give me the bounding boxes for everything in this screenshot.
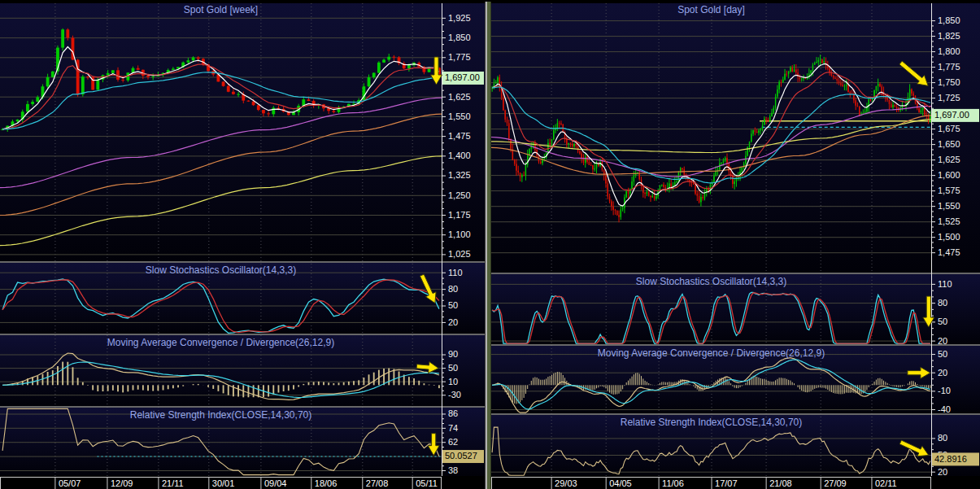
date-label: 17/07 [715, 478, 738, 488]
date-label: 04/05 [609, 478, 632, 488]
current-price-tag-label: 1,697.00 [934, 110, 969, 120]
date-label: 02/11 [875, 478, 897, 488]
rsi-pane-title: Relative Strength Index(CLOSE,14,30,70) [621, 417, 802, 428]
axis-tick-label: 1,550 [448, 111, 471, 121]
time-axis[interactable]: 05/0712/0921/1130/0109/0418/0627/0805/11 [1, 478, 442, 489]
axis-tick-label: 20 [938, 336, 947, 346]
macd-pane-title: Moving Average Convergence / Divergence(… [107, 337, 334, 348]
axis-tick-label: 1,650 [938, 139, 960, 149]
date-label: 11/06 [662, 478, 684, 488]
axis-tick-label: 1,475 [938, 247, 960, 257]
date-label: 21/08 [769, 478, 792, 488]
axis-tick-label: 1,550 [938, 201, 960, 211]
chart-window-spot-gold-week[interactable]: 1,9251,8501,7751,7001,6251,5501,4751,400… [0, 2, 485, 489]
date-label: 30/01 [212, 478, 235, 488]
rsi-value-tag-label: 42.8916 [934, 454, 967, 464]
charting-workspace: 1,9251,8501,7751,7001,6251,5501,4751,400… [0, 0, 980, 489]
date-label: 05/07 [59, 478, 81, 488]
axis-tick-label: 20 [938, 368, 947, 378]
axis-tick-label: -30 [448, 390, 461, 399]
axis-tick-label: 50 [938, 317, 947, 326]
axis-tick-label: 1,625 [448, 92, 471, 102]
price-chart-svg[interactable]: 1,9251,8501,7751,7001,6251,5501,4751,400… [0, 2, 485, 489]
axis-tick-label: 80 [448, 284, 458, 294]
axis-tick-label: 1,175 [448, 210, 471, 220]
date-label: 18/06 [315, 478, 338, 488]
axis-tick-label: -10 [938, 386, 951, 395]
axis-tick-label: 50 [938, 349, 947, 359]
axis-tick-label: 110 [938, 279, 952, 289]
axis-tick-label: 90 [448, 349, 458, 359]
axis-tick-label: 1,850 [448, 33, 471, 42]
axis-tick-label: 1,850 [938, 15, 960, 25]
axis-tick-label: 20 [938, 467, 947, 477]
axis-tick-label: 38 [448, 465, 458, 475]
date-label: 27/09 [824, 478, 847, 488]
time-axis[interactable]: 29/0304/0511/0617/0721/0827/0902/11 [492, 478, 931, 489]
date-label: 09/04 [264, 478, 287, 488]
chart-window-spot-gold-day[interactable]: 1,8501,8251,8001,7751,7501,7251,7001,675… [491, 2, 980, 489]
date-label: 27/08 [366, 478, 389, 488]
axis-tick-label: 1,725 [938, 93, 960, 103]
macd-pane-title: Moving Average Convergence / Divergence(… [598, 347, 825, 359]
axis-tick-label: 74 [448, 423, 458, 433]
axis-tick-label: 50 [448, 300, 458, 310]
axis-tick-label: 1,400 [448, 151, 471, 160]
axis-tick-label: 20 [448, 317, 458, 327]
axis-tick-label: 1,925 [448, 13, 471, 23]
window-frame-divider[interactable] [485, 2, 491, 489]
axis-tick-label: 1,525 [938, 216, 960, 226]
rsi-pane-title: Relative Strength Index(CLOSE,14,30,70) [130, 409, 311, 421]
chart-title: Spot Gold [week] [184, 4, 258, 15]
axis-tick-label: 62 [448, 437, 458, 447]
axis-tick-label: -40 [938, 404, 951, 414]
stochastics-pane-title: Slow Stochastics Oscillator(14,3,3) [146, 264, 296, 276]
axis-tick-label: 1,825 [938, 31, 960, 41]
date-label: 21/11 [162, 478, 184, 488]
axis-tick-label: 1,625 [938, 155, 960, 164]
axis-tick-label: 1,500 [938, 232, 960, 242]
axis-tick-label: 86 [448, 408, 458, 418]
current-price-tag-label: 1,697.00 [445, 72, 480, 82]
axis-tick-label: 1,600 [938, 170, 960, 180]
axis-tick-label: 1,575 [938, 186, 960, 195]
axis-tick-label: 110 [448, 268, 463, 277]
axis-tick-label: 1,675 [938, 124, 960, 133]
axis-tick-label: 1,775 [448, 52, 471, 62]
date-label: 12/09 [111, 478, 133, 488]
axis-tick-label: 1,325 [448, 170, 471, 180]
axis-tick-label: 1,250 [448, 190, 471, 200]
axis-tick-label: 1,800 [938, 46, 960, 56]
axis-tick-label: 1,475 [448, 131, 471, 141]
axis-tick-label: 10 [448, 377, 458, 386]
chart-title: Spot Gold [day] [677, 4, 745, 15]
axis-tick-label: 1,025 [448, 249, 471, 259]
axis-tick-label: 1,750 [938, 77, 960, 87]
date-label: 29/03 [555, 478, 577, 488]
date-label: 05/11 [416, 478, 438, 488]
axis-tick-label: 1,775 [938, 62, 960, 72]
axis-tick-label: 50 [448, 363, 458, 373]
axis-tick-label: 80 [938, 298, 947, 308]
rsi-value-tag-label: 50.0527 [445, 451, 477, 461]
stochastics-pane-title: Slow Stochastics Oscillator(14,3,3) [636, 276, 786, 287]
axis-tick-label: 80 [938, 433, 947, 443]
price-chart-svg[interactable]: 1,8501,8251,8001,7751,7501,7251,7001,675… [491, 2, 980, 489]
axis-tick-label: 1,100 [448, 229, 471, 239]
